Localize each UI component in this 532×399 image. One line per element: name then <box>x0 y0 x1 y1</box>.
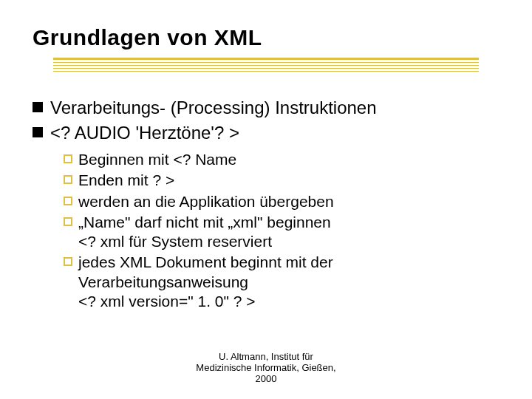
list-item: jedes XML Dokument beginnt mit der Verar… <box>64 253 499 311</box>
hollow-square-bullet-icon <box>64 197 72 205</box>
hollow-square-bullet-icon <box>64 257 72 266</box>
list-item: Verarbeitungs- (Processing) Instruktione… <box>33 97 499 119</box>
list-item: werden an die Applikation übergeben <box>64 192 499 211</box>
bullet-text: Verarbeitungs- (Processing) Instruktione… <box>50 97 377 119</box>
bullet-text: werden an die Applikation übergeben <box>78 192 334 211</box>
list-item: Enden mit ? > <box>64 171 499 190</box>
square-bullet-icon <box>33 127 43 137</box>
bullet-text: jedes XML Dokument beginnt mit der Verar… <box>78 253 333 311</box>
bullet-text: Enden mit ? > <box>78 171 174 190</box>
hollow-square-bullet-icon <box>64 175 72 184</box>
bullet-list-level2: Beginnen mit <? Name Enden mit ? > werde… <box>33 150 499 311</box>
list-item: Beginnen mit <? Name <box>64 150 499 169</box>
hollow-square-bullet-icon <box>64 154 72 163</box>
bullet-text: <? AUDIO 'Herztöne'? > <box>50 122 239 144</box>
list-item: „Name" darf nicht mit „xml" beginnen <? … <box>64 213 499 252</box>
list-item: <? AUDIO 'Herztöne'? > <box>33 122 499 144</box>
bullet-text: „Name" darf nicht mit „xml" beginnen <? … <box>78 213 331 252</box>
slide-footer: U. Altmann, Institut für Medizinische In… <box>0 351 532 384</box>
bullet-text: Beginnen mit <? Name <box>78 150 236 169</box>
square-bullet-icon <box>33 102 43 112</box>
slide-title: Grundlagen von XML <box>33 25 499 50</box>
hollow-square-bullet-icon <box>64 217 72 226</box>
slide: Grundlagen von XML Verarbeitungs- (Proce… <box>0 0 532 399</box>
bullet-list-level1: Verarbeitungs- (Processing) Instruktione… <box>33 97 499 144</box>
title-underline <box>53 58 479 72</box>
